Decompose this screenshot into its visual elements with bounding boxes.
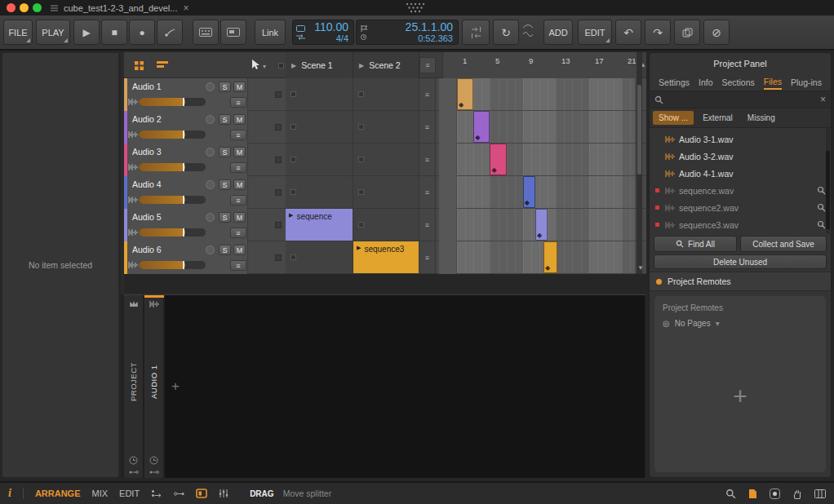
clip-stop-button[interactable] (271, 176, 286, 209)
fill-toggles[interactable] (522, 22, 534, 38)
track-name[interactable]: Audio 3 (132, 147, 162, 157)
loop-button[interactable]: ↻ (493, 20, 519, 45)
scene-header[interactable]: ▶ Scene 1 (286, 52, 353, 78)
link-button[interactable]: Link (255, 20, 286, 45)
volume-fader[interactable] (139, 196, 206, 204)
track-header[interactable]: Audio 1 S M ≡ (124, 78, 248, 111)
clip-slot[interactable]: ▶ sequence3 (353, 241, 419, 274)
clip-slot[interactable] (286, 111, 353, 144)
solo-button[interactable]: S (219, 147, 231, 157)
stop-button[interactable]: ■ (101, 20, 127, 45)
filter-external[interactable]: External (697, 111, 739, 125)
arranger-clip[interactable]: ◆ (457, 78, 473, 110)
detail-editor-canvas[interactable]: + (165, 295, 645, 478)
track-header[interactable]: Audio 5 S M ≡ (124, 209, 248, 241)
position-panel[interactable]: 25.1.1.00 0:52.363 (356, 20, 459, 45)
remotes-pages-selector[interactable]: ◎ No Pages ▾ (663, 319, 818, 328)
clip-stop-button[interactable] (271, 144, 286, 176)
launcher-clip[interactable]: ▶ sequence (286, 209, 353, 241)
mixer-sliders-icon[interactable] (219, 489, 228, 498)
arranger-clip[interactable]: ◆ (535, 209, 548, 241)
track-name[interactable]: Audio 5 (132, 212, 162, 222)
tab-info[interactable]: Info (699, 76, 713, 89)
scrollbar-thumb[interactable] (826, 151, 830, 229)
volume-fader[interactable] (139, 163, 206, 171)
clip-slot[interactable] (353, 78, 419, 111)
mute-button[interactable]: M (233, 179, 246, 190)
clip-stop-button[interactable] (271, 209, 286, 241)
file-row[interactable]: sequence.wav (650, 182, 831, 199)
arranger-clip[interactable]: ◆ (473, 111, 490, 143)
add-lane-button[interactable]: + (171, 378, 180, 395)
track-header[interactable]: Audio 2 S M ≡ (124, 111, 248, 144)
clip-stop-button[interactable] (271, 111, 286, 144)
scene-play-icon[interactable]: ▶ (359, 62, 364, 69)
file-menu-button[interactable]: FILE (3, 20, 33, 45)
filter-show[interactable]: Show ... (653, 111, 694, 125)
volume-fader[interactable] (139, 98, 206, 106)
detail-tab-audio1[interactable]: AUDIO 1 (144, 295, 164, 478)
song-time[interactable]: 0:52.363 (418, 33, 453, 43)
search-input[interactable] (668, 95, 815, 104)
vertical-scrollbar[interactable]: ▼ (637, 52, 642, 274)
play-menu-button[interactable]: PLAY (36, 20, 70, 45)
fade-marker-icon[interactable]: ◆ (491, 167, 496, 174)
mute-button[interactable]: M (233, 212, 246, 223)
stop-all-clips-button[interactable] (278, 63, 284, 69)
arranger-view-icon[interactable] (157, 61, 168, 70)
mode-edit[interactable]: EDIT (119, 489, 140, 498)
file-row[interactable]: sequence3.wav (650, 216, 831, 233)
clip-slot[interactable] (286, 78, 353, 111)
timeline-lanes[interactable]: ◆◆◆◆◆◆ (439, 78, 635, 274)
row-menu-button[interactable]: ≡ (419, 241, 436, 274)
row-menu-button[interactable]: ≡ (419, 78, 436, 111)
mute-button[interactable]: M (233, 82, 246, 92)
window-minimize-button[interactable] (20, 3, 29, 12)
timeline-ruler[interactable]: 1 5 9 13 17 21 (442, 52, 638, 78)
cancel-button[interactable]: ⊘ (703, 20, 730, 45)
clip-play-icon[interactable]: ▶ (357, 245, 361, 251)
locate-file-button[interactable] (817, 186, 826, 195)
fade-marker-icon[interactable]: ◆ (475, 135, 480, 141)
mode-mix[interactable]: MIX (92, 489, 109, 498)
clip-slot[interactable] (286, 144, 353, 176)
tab-files[interactable]: Files (764, 75, 782, 90)
redo-button[interactable]: ↷ (645, 20, 671, 45)
mute-button[interactable]: M (233, 114, 246, 125)
delete-unused-button[interactable]: Delete Unused (654, 254, 827, 269)
locate-file-button[interactable] (817, 220, 826, 229)
solo-button[interactable]: S (219, 179, 231, 190)
record-arm-button[interactable] (206, 213, 215, 222)
collect-and-save-button[interactable]: Collect and Save (740, 236, 827, 252)
file-row[interactable]: sequence2.wav (650, 199, 831, 216)
arranger-clip[interactable]: ◆ (523, 176, 535, 208)
time-signature[interactable]: 4/4 (336, 33, 348, 43)
row-menu-button[interactable]: ≡ (419, 111, 436, 144)
launcher-menu-button[interactable]: ≡ (419, 57, 436, 73)
scene-header[interactable]: ▶ Scene 2 (353, 52, 419, 78)
solo-button[interactable]: S (219, 212, 231, 223)
find-all-button[interactable]: Find All (654, 236, 737, 252)
file-browser-icon[interactable] (748, 489, 757, 499)
row-menu-button[interactable]: ≡ (419, 144, 436, 176)
routing-icon[interactable] (151, 489, 162, 497)
song-position[interactable]: 25.1.1.00 (406, 21, 453, 33)
edit-menu-button[interactable]: EDIT (578, 20, 612, 45)
track-name[interactable]: Audio 4 (132, 179, 162, 189)
track-name[interactable]: Audio 1 (132, 82, 162, 91)
fade-marker-icon[interactable]: ◆ (545, 265, 550, 272)
record-arm-button[interactable] (206, 115, 215, 124)
tool-caret-icon[interactable]: ▾ (263, 63, 266, 70)
track-menu-button[interactable]: ≡ (230, 130, 246, 140)
row-menu-button[interactable]: ≡ (419, 209, 436, 241)
clip-stop-button[interactable] (271, 78, 286, 111)
arranger-clip[interactable]: ◆ (490, 144, 506, 175)
locate-file-button[interactable] (817, 203, 826, 212)
tab-close-icon[interactable]: × (183, 2, 189, 14)
record-arm-button[interactable] (206, 148, 215, 157)
clip-slot[interactable] (353, 176, 419, 209)
clip-stop-button[interactable] (271, 241, 286, 274)
scrollbar-thumb[interactable] (637, 85, 641, 175)
track-name[interactable]: Audio 6 (132, 245, 162, 254)
display-profile-button[interactable] (220, 20, 246, 45)
